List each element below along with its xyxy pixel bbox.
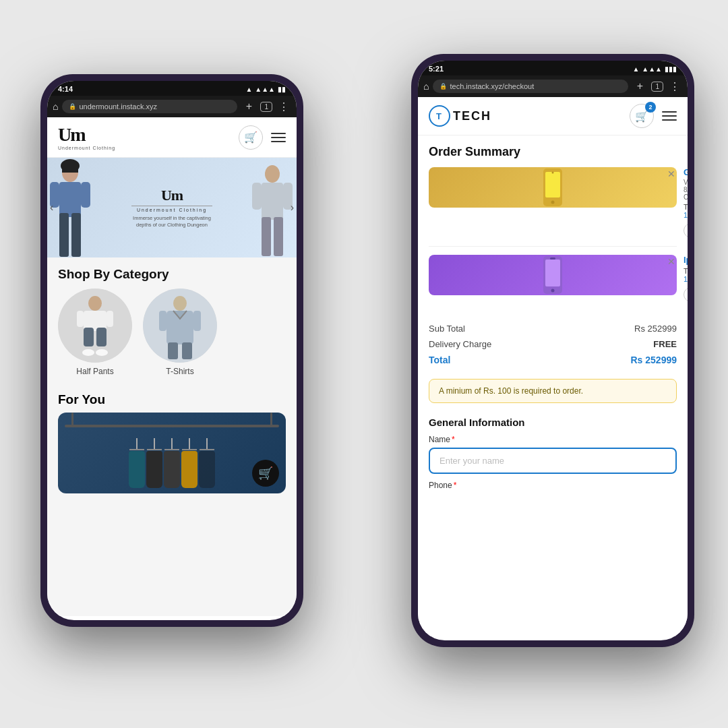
right-tab-count[interactable]: 1 (651, 82, 663, 92)
menu-line (662, 119, 677, 121)
tech-logo: T TECH (429, 105, 491, 127)
product-row-iphone: Iphone 12 ↗ Total Price : Rs. 133000 − 1… (429, 255, 677, 310)
logo-subtitle: Undermount Clothing (58, 146, 115, 150)
delivery-label: Delivery Charge (429, 339, 491, 349)
logo-text[interactable]: Um (58, 124, 115, 146)
svg-point-20 (96, 349, 108, 356)
right-browser-bar: ⌂ 🔒 tech.instack.xyz/checkout + 1 ⋮ (418, 75, 688, 97)
general-info-section: General Information Name* Phone* (418, 408, 688, 490)
right-url-box[interactable]: 🔒 tech.instack.xyz/checkout (433, 80, 628, 93)
subtotal-value: Rs 252999 (634, 324, 677, 334)
svg-rect-36 (550, 257, 555, 260)
svg-point-32 (551, 201, 555, 204)
hero-tagline: Immerse yourself in the captivating dept… (131, 215, 212, 229)
product-card[interactable]: 🛒 (58, 413, 286, 493)
battery-icon: ▮▮ (278, 86, 286, 93)
menu-button[interactable] (271, 133, 286, 142)
rack-bar (65, 425, 279, 427)
svg-rect-9 (262, 183, 283, 220)
right-more-icon[interactable]: ⋮ (667, 80, 682, 93)
add-to-cart-floating[interactable]: 🛒 (252, 460, 279, 487)
name-input[interactable] (429, 448, 677, 474)
cart-icon-floating: 🛒 (258, 466, 273, 481)
logo-area: Um Undermount Clothing (58, 124, 115, 150)
scene: 4:14 ▲ ▲▲▲ ▮▮ ⌂ 🔒 undermount.instack.xyz… (0, 0, 728, 728)
right-lock-icon: 🔒 (439, 83, 447, 90)
right-cart-button[interactable]: 🛒 2 (630, 104, 654, 128)
warning-text: A minium of Rs. 100 is required to order… (439, 386, 583, 396)
hero-center: Um Undermount Clothing Immerse yourself … (131, 187, 212, 229)
menu-line (271, 141, 286, 142)
tech-logo-icon: T (429, 105, 450, 127)
iphone-qty-decrease[interactable]: − (684, 287, 688, 302)
svg-point-8 (265, 165, 280, 183)
galaxy-thumbnail (429, 167, 677, 208)
svg-rect-18 (96, 328, 107, 346)
menu-line (271, 137, 286, 138)
svg-point-24 (173, 296, 187, 311)
half-pants-circle (58, 289, 132, 363)
name-label: Name* (429, 435, 677, 444)
galaxy-qty-decrease[interactable]: − (684, 223, 688, 238)
iphone-remove-button[interactable]: ✕ (666, 255, 677, 268)
right-signal-icon: ▲▲▲ (642, 65, 662, 73)
svg-rect-7 (81, 182, 90, 208)
galaxy-qty-controls: − 1 + (684, 223, 688, 238)
galaxy-remove-button[interactable]: ✕ (666, 167, 677, 181)
cart-badge-count: 2 (645, 102, 656, 113)
prev-arrow[interactable]: ‹ (50, 202, 53, 214)
galaxy-name[interactable]: Galaxy S24 ↗ (684, 167, 688, 177)
delivery-row: Delivery Charge FREE (429, 336, 677, 352)
name-required-marker: * (452, 435, 455, 444)
right-phone: 5:21 ▲ ▲▲▲ ▮▮▮ ⌂ 🔒 tech.instack.xyz/chec… (411, 54, 694, 647)
right-time: 5:21 (429, 65, 444, 73)
svg-rect-21 (77, 311, 84, 327)
for-you-title: For You (47, 386, 297, 413)
half-pants-label: Half Pants (76, 367, 113, 376)
svg-rect-10 (262, 217, 271, 256)
tshirts-circle (143, 289, 217, 363)
phone-label: Phone* (429, 481, 677, 490)
left-url-text: undermount.instack.xyz (79, 102, 157, 111)
hero-brand: Undermount Clothing (131, 206, 212, 212)
right-menu-button[interactable] (662, 111, 677, 121)
person-left-svg (47, 158, 93, 257)
hero-person-right (249, 158, 297, 257)
right-battery-icon: ▮▮▮ (665, 65, 677, 73)
iphone-name[interactable]: Iphone 12 ↗ (684, 255, 688, 265)
hanger-rack (58, 413, 286, 493)
wifi-icon: ▲ (245, 86, 252, 93)
shirt-1 (129, 438, 145, 488)
iphone-price-value: Rs. 133000 (684, 267, 688, 283)
svg-rect-12 (252, 183, 262, 210)
svg-rect-11 (274, 217, 283, 256)
right-add-tab-icon[interactable]: + (632, 80, 647, 92)
shirts-container (129, 438, 215, 488)
cart-button[interactable]: 🛒 (239, 125, 263, 150)
home-icon[interactable]: ⌂ (53, 101, 58, 112)
left-url-box[interactable]: 🔒 undermount.instack.xyz (62, 100, 237, 113)
person-right-svg (249, 158, 295, 257)
next-arrow[interactable]: › (291, 202, 294, 214)
iphone-info: Iphone 12 ↗ Total Price : Rs. 133000 − 1… (684, 255, 688, 302)
right-status-icons: ▲ ▲▲▲ ▮▮▮ (632, 65, 677, 73)
order-summary: Order Summary (418, 135, 688, 318)
svg-point-15 (88, 296, 102, 311)
menu-line (662, 115, 677, 117)
svg-rect-29 (182, 342, 192, 359)
lock-icon: 🔒 (69, 103, 76, 110)
hero-person-left (47, 158, 94, 257)
right-status-bar: 5:21 ▲ ▲▲▲ ▮▮▮ (418, 61, 688, 75)
tab-count[interactable]: 1 (260, 102, 272, 112)
category-item-half-pants[interactable]: Half Pants (58, 289, 132, 376)
left-browser-bar: ⌂ 🔒 undermount.instack.xyz + 1 ⋮ (47, 96, 297, 117)
right-nav-icons: 🛒 2 (630, 104, 677, 128)
category-title: Shop By Category (47, 257, 297, 289)
category-item-tshirts[interactable]: T-Shirts (143, 289, 217, 376)
grand-total-value: Rs 252999 (630, 355, 677, 365)
add-tab-icon[interactable]: + (241, 100, 256, 113)
svg-rect-22 (107, 311, 113, 327)
more-icon[interactable]: ⋮ (276, 100, 291, 113)
right-home-icon[interactable]: ⌂ (423, 81, 429, 92)
hero-logo: Um (131, 187, 212, 204)
